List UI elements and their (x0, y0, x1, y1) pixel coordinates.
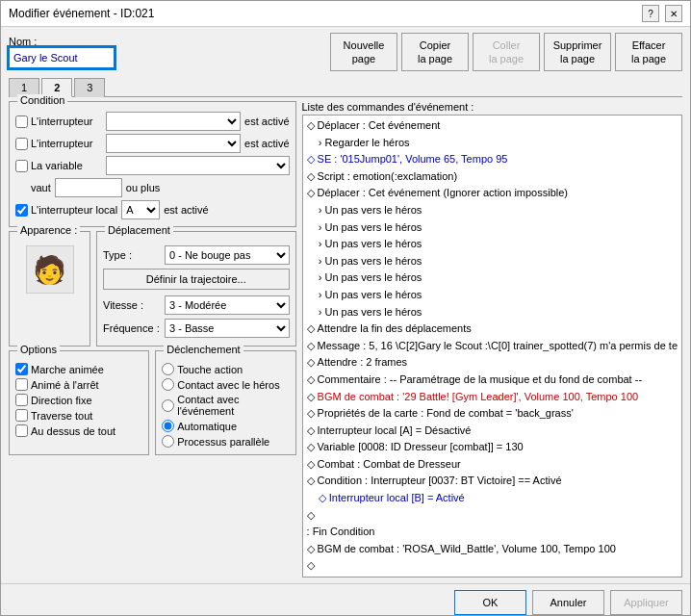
contact-event-radio[interactable] (162, 399, 174, 412)
command-line: ◇ Déplacer : Cet événement (Ignorer acti… (307, 185, 678, 202)
vitesse-select[interactable]: 3 - Modérée (165, 295, 290, 315)
anime-checkbox[interactable] (15, 378, 28, 391)
condition-group: Condition L'interrupteur est activé (9, 101, 296, 227)
interrupteur-select-2[interactable] (106, 134, 241, 153)
vitesse-row: Vitesse : 3 - Modérée (103, 295, 290, 315)
command-line: ◇ Condition : Interrupteur [0037: BT Vic… (307, 473, 678, 490)
touche-radio[interactable] (162, 363, 174, 375)
local-switch-select[interactable]: ABC (121, 200, 160, 219)
cancel-button[interactable]: Annuler (532, 590, 604, 615)
vaut-input[interactable] (55, 178, 122, 197)
radio-parallel: Processus parallèle (162, 435, 289, 448)
title-bar: Modifier événement - ID:021 ? ✕ (1, 1, 690, 27)
commands-label: Liste des commandes d'événement : (302, 101, 683, 113)
contact-heros-radio[interactable] (162, 378, 174, 391)
tab-3[interactable]: 3 (74, 78, 105, 97)
declenchement-group: Déclenchement Touche action Contact avec… (155, 350, 295, 455)
nouvelle-page-button[interactable]: Nouvellepage (330, 33, 397, 71)
commands-box[interactable]: ◇ Déplacer : Cet événement › Regarder le… (302, 115, 683, 578)
command-line: ◇ Script : emotion(:exclamation) (307, 168, 678, 186)
command-line: ◇ Commentaire : -- Paramétrage de la mus… (307, 372, 678, 389)
effacer-page-button[interactable]: Effacerla page (615, 33, 682, 71)
command-line: › Un pas vers le héros (307, 219, 678, 237)
variable-select[interactable] (106, 156, 290, 175)
variable-checkbox[interactable] (15, 160, 28, 172)
command-line: ◇ Variable [0008: ID Dresseur [combat]] … (307, 439, 678, 456)
condition-row-1: L'interrupteur est activé (15, 112, 290, 131)
options-group: Options Marche animée Animé à l'arrêt Di… (9, 350, 149, 455)
interrupteur-select-1[interactable] (106, 112, 241, 131)
auto-label: Automatique (177, 421, 237, 432)
command-line: › Un pas vers le héros (307, 236, 678, 253)
right-panel: Liste des commandes d'événement : ◇ Dépl… (302, 101, 683, 578)
interrupteur-suffix-1: est activé (244, 116, 289, 127)
help-button[interactable]: ? (642, 5, 659, 22)
dessus-checkbox[interactable] (15, 424, 28, 437)
apparence-deplacement: Apparence : 🧑 Déplacement Type : 0 - Ne … (9, 231, 296, 346)
name-label: Nom : (9, 36, 115, 47)
command-line: ◇ Interrupteur local [A] = Désactivé (307, 423, 678, 440)
command-line: ◇ Attendre la fin des déplacements (307, 321, 678, 338)
radio-auto: Automatique (162, 420, 289, 432)
direction-label: Direction fixe (31, 395, 92, 406)
command-line: ◇ (307, 557, 678, 575)
command-line: › Un pas vers le héros (307, 202, 678, 219)
apply-button[interactable]: Appliquer (610, 590, 682, 615)
ou-plus-label: ou plus (126, 182, 160, 193)
deplacement-group: Déplacement Type : 0 - Ne bouge pas Défi… (96, 231, 296, 346)
command-line: ◇ Propriétés de la carte : Fond de comba… (307, 405, 678, 423)
local-switch-suffix: est activé (164, 204, 208, 216)
command-line: ◇ Attendre : 2 frames (307, 354, 678, 372)
window-title: Modifier événement - ID:021 (9, 7, 154, 20)
command-line: ◇ SE : '015Jump01', Volume 65, Tempo 95 (307, 151, 678, 168)
title-controls: ? ✕ (642, 5, 682, 22)
local-switch-check[interactable]: L'interrupteur local (15, 204, 117, 217)
variable-check[interactable]: La variable (15, 160, 102, 172)
vitesse-label: Vitesse : (103, 299, 161, 311)
frequence-select[interactable]: 3 - Basse (165, 319, 290, 338)
contact-event-label: Contact avec l'événement (177, 394, 289, 417)
marche-label: Marche animée (31, 364, 104, 375)
content-area: Nom : Nouvellepage Copierla page Collerl… (1, 27, 690, 583)
command-line: › Un pas vers le héros (307, 304, 678, 321)
sprite-area[interactable]: 🧑 (26, 245, 74, 294)
vaut-row: vaut ou plus (31, 178, 290, 197)
radio-touche: Touche action (162, 363, 289, 375)
apparence-group: Apparence : 🧑 (9, 231, 90, 346)
define-trajectory-button[interactable]: Définir la trajectoire... (103, 269, 290, 290)
close-button[interactable]: ✕ (665, 5, 682, 22)
traverse-label: Traverse tout (31, 410, 92, 422)
dessus-label: Au dessus de tout (31, 425, 115, 437)
left-panel: Condition L'interrupteur est activé (9, 101, 296, 578)
name-col: Nom : (9, 36, 115, 68)
interrupteur-checkbox-2[interactable] (15, 138, 28, 150)
direction-checkbox[interactable] (15, 394, 28, 406)
ok-button[interactable]: OK (454, 590, 526, 615)
condition-label: Condition (17, 94, 67, 106)
command-line: : Fin Condition (307, 524, 678, 541)
interrupteur-check-2[interactable]: L'interrupteur (15, 138, 102, 150)
parallel-radio[interactable] (162, 435, 174, 448)
local-switch-row: L'interrupteur local ABC est activé (15, 200, 290, 219)
interrupteur-checkbox-1[interactable] (15, 116, 28, 128)
marche-checkbox[interactable] (15, 363, 28, 375)
supprimer-page-button[interactable]: Supprimerla page (544, 33, 611, 71)
tabs-row: 1 2 3 (9, 77, 682, 97)
copier-page-button[interactable]: Copierla page (401, 33, 469, 71)
command-line: ◇ Déplacer : Cet événement (307, 117, 678, 135)
command-line: ◇ (307, 507, 678, 525)
type-select[interactable]: 0 - Ne bouge pas (165, 245, 290, 265)
main-area: Condition L'interrupteur est activé (9, 101, 682, 578)
auto-radio[interactable] (162, 420, 174, 432)
parallel-label: Processus parallèle (177, 436, 269, 448)
name-input[interactable] (9, 47, 115, 68)
traverse-checkbox[interactable] (15, 409, 28, 422)
footer: OK Annuler Appliquer (1, 583, 690, 616)
contact-heros-label: Contact avec le héros (177, 379, 279, 391)
command-line: › Regarder le héros (307, 135, 678, 152)
name-row: Nom : Nouvellepage Copierla page Collerl… (9, 33, 682, 71)
local-switch-checkbox[interactable] (15, 204, 28, 217)
coller-page-button[interactable]: Collerla page (473, 33, 540, 71)
interrupteur-check-1[interactable]: L'interrupteur (15, 116, 102, 128)
type-row: Type : 0 - Ne bouge pas (103, 245, 290, 265)
